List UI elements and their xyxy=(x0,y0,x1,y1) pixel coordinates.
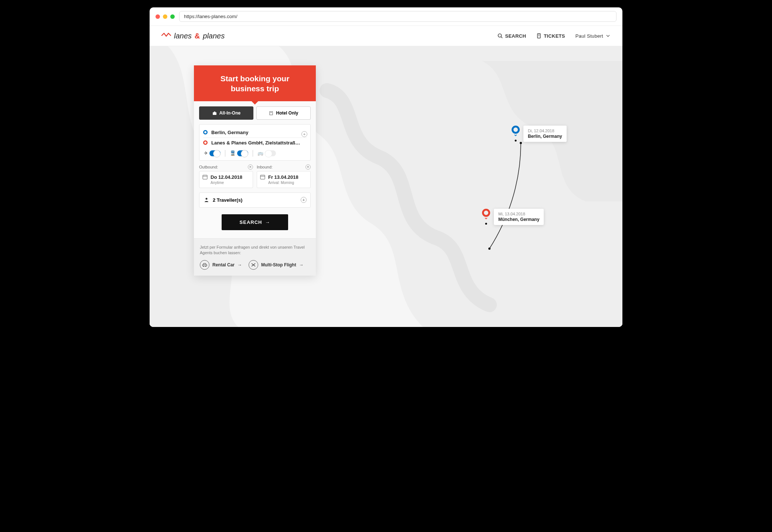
maximize-window-icon[interactable] xyxy=(170,14,175,19)
nav-search[interactable]: SEARCH xyxy=(498,33,526,39)
search-button[interactable]: SEARCH → xyxy=(222,214,288,230)
svg-point-0 xyxy=(498,34,502,37)
nav-tickets-label: TICKETS xyxy=(544,33,565,39)
calendar-icon xyxy=(202,174,208,180)
brand-logo[interactable]: lanes & planes xyxy=(161,31,225,41)
brand-amp: & xyxy=(195,32,200,40)
map-marker-destination[interactable]: ⌄ Mi, 13.04.2018 München, Germany xyxy=(482,209,544,225)
destination-pin-icon: ⌄ xyxy=(482,209,490,217)
multi-stop-link[interactable]: Multi-Stop Flight → xyxy=(249,260,304,270)
user-menu[interactable]: Paul Stubert xyxy=(575,33,611,39)
outbound-date-input[interactable]: Do 12.04.2018 Anytime xyxy=(199,171,253,188)
multi-stop-label: Multi-Stop Flight xyxy=(261,262,296,267)
destination-dot-icon xyxy=(203,140,208,145)
chevron-down-icon xyxy=(605,33,611,38)
brand-text-b: planes xyxy=(203,32,225,40)
close-window-icon[interactable] xyxy=(156,14,160,19)
inbound-date-input[interactable]: Fr 13.04.2018 Arrival: Morning xyxy=(257,171,311,188)
svg-rect-12 xyxy=(271,112,272,113)
arrow-right-icon: → xyxy=(238,262,242,267)
transport-modes: ✈ 🚆 🚌 xyxy=(203,148,307,157)
locations-box: + Berlin, Germany Lanes & Planes GmbH, Z… xyxy=(199,124,311,161)
brand-text-a: lanes xyxy=(174,32,192,40)
footer-hint-text: Jetzt per Formular anfragen und direkt v… xyxy=(200,245,310,256)
booking-tabs: All-In-One Hotel Only xyxy=(199,106,311,120)
header-nav: SEARCH TICKETS Paul Stubert xyxy=(498,33,611,39)
bus-toggle[interactable] xyxy=(265,150,276,156)
booking-card: Start booking your business trip All-In-… xyxy=(194,65,316,276)
origin-tooltip: Di, 12.04.2018 Berlin, Germany xyxy=(523,126,567,142)
divider xyxy=(225,150,225,157)
tab-hotel-label: Hotel Only xyxy=(276,110,298,116)
travellers-input[interactable]: 2 Traveller(s) + xyxy=(199,192,311,208)
svg-rect-13 xyxy=(203,175,207,179)
nav-tickets[interactable]: TICKETS xyxy=(536,33,565,39)
minimize-window-icon[interactable] xyxy=(163,14,167,19)
rental-car-link[interactable]: Rental Car → xyxy=(200,260,242,270)
car-icon xyxy=(200,260,209,270)
destination-date: Mi, 13.04.2018 xyxy=(498,212,539,216)
add-location-button[interactable]: + xyxy=(301,131,307,137)
svg-rect-18 xyxy=(202,265,207,266)
user-name: Paul Stubert xyxy=(575,33,603,39)
arrow-right-icon: → xyxy=(265,219,270,225)
clear-inbound-button[interactable]: ✕ xyxy=(305,164,311,170)
inbound-time: Arrival: Morning xyxy=(268,181,298,185)
multi-stop-icon xyxy=(249,260,258,270)
card-title: Start booking your business trip xyxy=(194,65,316,101)
map-marker-origin[interactable]: ⌄ Di, 12.04.2018 Berlin, Germany xyxy=(512,126,567,142)
arrow-right-icon: → xyxy=(299,262,304,267)
destination-input[interactable]: Lanes & Planes GmbH, Zielstattstraß… xyxy=(203,137,307,148)
svg-rect-8 xyxy=(213,112,216,115)
travellers-value: 2 Traveller(s) xyxy=(213,197,242,203)
tab-all-in-one[interactable]: All-In-One xyxy=(199,106,253,120)
origin-value: Berlin, Germany xyxy=(211,130,248,135)
inbound-date: Fr 13.04.2018 xyxy=(268,174,298,180)
main-content: ⌄ Di, 12.04.2018 Berlin, Germany ⌄ Mi, 1… xyxy=(150,46,622,327)
tab-hotel-only[interactable]: Hotel Only xyxy=(256,106,311,120)
clear-outbound-button[interactable]: ✕ xyxy=(248,164,253,170)
search-button-label: SEARCH xyxy=(240,219,262,225)
outbound-date: Do 12.04.2018 xyxy=(211,174,242,180)
bus-icon: 🚌 xyxy=(257,150,263,156)
outbound-time: Anytime xyxy=(211,181,242,185)
quick-links: Rental Car → Multi-Stop Flight → xyxy=(200,260,310,270)
card-title-line1: Start booking your xyxy=(201,74,308,83)
origin-pin-icon: ⌄ xyxy=(512,126,520,134)
destination-tooltip: Mi, 13.04.2018 München, Germany xyxy=(494,209,544,225)
calendar-icon xyxy=(260,174,265,180)
svg-point-19 xyxy=(203,266,204,267)
browser-window: https://lanes-planes.com/ lanes & planes… xyxy=(150,7,622,327)
mode-bus[interactable]: 🚌 xyxy=(257,150,276,156)
tab-all-label: All-In-One xyxy=(219,110,240,116)
origin-city: Berlin, Germany xyxy=(528,134,562,139)
app-header: lanes & planes SEARCH TICKETS Paul Stube… xyxy=(150,26,622,46)
plane-toggle[interactable] xyxy=(209,150,221,156)
inbound-column: Inbound: ✕ Fr 13.04.2018 Arrival: Mornin… xyxy=(257,164,311,188)
divider xyxy=(253,150,253,157)
train-icon: 🚆 xyxy=(230,150,236,156)
destination-value: Lanes & Planes GmbH, Zielstattstraß… xyxy=(211,140,300,146)
suitcase-icon xyxy=(212,110,217,116)
rental-car-label: Rental Car xyxy=(212,262,235,267)
outbound-label: Outbound: xyxy=(199,165,218,169)
nav-search-label: SEARCH xyxy=(505,33,526,39)
card-footer: Jetzt per Formular anfragen und direkt v… xyxy=(194,238,316,276)
origin-date: Di, 12.04.2018 xyxy=(528,129,562,133)
url-bar[interactable]: https://lanes-planes.com/ xyxy=(179,11,616,22)
window-controls xyxy=(156,14,175,19)
svg-point-17 xyxy=(206,198,208,200)
browser-chrome: https://lanes-planes.com/ xyxy=(150,7,622,26)
svg-line-1 xyxy=(501,37,503,38)
outbound-column: Outbound: ✕ Do 12.04.2018 Anytime xyxy=(199,164,253,188)
mode-train[interactable]: 🚆 xyxy=(230,150,248,156)
person-icon xyxy=(204,197,209,202)
destination-city: München, Germany xyxy=(498,217,539,222)
inbound-label: Inbound: xyxy=(257,165,273,169)
origin-input[interactable]: Berlin, Germany xyxy=(203,127,307,137)
ticket-icon xyxy=(536,33,542,38)
train-toggle[interactable] xyxy=(237,150,248,156)
mode-plane[interactable]: ✈ xyxy=(204,150,221,156)
svg-rect-15 xyxy=(260,175,265,179)
add-traveller-button[interactable]: + xyxy=(301,197,307,203)
